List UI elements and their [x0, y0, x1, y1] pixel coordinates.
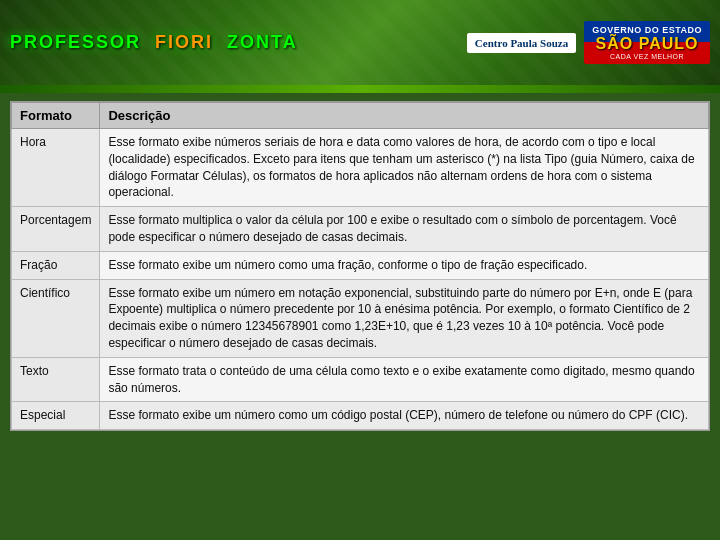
description-cell: Esse formato multiplica o valor da célul…: [100, 207, 709, 252]
description-cell: Esse formato exibe um número como uma fr…: [100, 251, 709, 279]
format-cell: Científico: [12, 279, 100, 357]
table-header-row: Formato Descrição: [12, 103, 709, 129]
professor-logo: PROFESSOR FIORI ZONTA: [10, 32, 298, 53]
logo-area: PROFESSOR FIORI ZONTA: [10, 32, 298, 53]
sp-label: SÃO PAULO: [592, 35, 702, 53]
page-header: PROFESSOR FIORI ZONTA Centro Paula Souza…: [0, 0, 720, 85]
table-row: FraçãoEsse formato exibe um número como …: [12, 251, 709, 279]
sp-sub: CADA VEZ MELHOR: [592, 53, 702, 60]
description-cell: Esse formato exibe um número em notação …: [100, 279, 709, 357]
fiori-text: FIORI: [155, 32, 213, 52]
table-row: TextoEsse formato trata o conteúdo de um…: [12, 357, 709, 402]
main-content-area: Formato Descrição HoraEsse formato exibe…: [10, 101, 710, 431]
format-cell: Hora: [12, 129, 100, 207]
table-row: CientíficoEsse formato exibe um número e…: [12, 279, 709, 357]
format-cell: Fração: [12, 251, 100, 279]
description-cell: Esse formato exibe números seriais de ho…: [100, 129, 709, 207]
table-row: EspecialEsse formato exibe um número com…: [12, 402, 709, 430]
format-cell: Texto: [12, 357, 100, 402]
table-row: PorcentagemEsse formato multiplica o val…: [12, 207, 709, 252]
format-table: Formato Descrição HoraEsse formato exibe…: [11, 102, 709, 430]
professor-text: PROFESSOR: [10, 32, 141, 52]
description-cell: Esse formato trata o conteúdo de uma cél…: [100, 357, 709, 402]
col-descricao-header: Descrição: [100, 103, 709, 129]
governo-label: GOVERNO DO ESTADO: [592, 25, 702, 35]
col-formato-header: Formato: [12, 103, 100, 129]
centro-name: Centro Paula Souza: [475, 37, 568, 49]
table-row: HoraEsse formato exibe números seriais d…: [12, 129, 709, 207]
zonta-text: ZONTA: [227, 32, 298, 52]
green-divider: [0, 85, 720, 93]
format-cell: Especial: [12, 402, 100, 430]
sp-government-logo: GOVERNO DO ESTADO SÃO PAULO CADA VEZ MEL…: [584, 21, 710, 64]
centro-paula-souza-logo: Centro Paula Souza: [467, 33, 576, 53]
description-cell: Esse formato exibe um número como um cód…: [100, 402, 709, 430]
right-logos: Centro Paula Souza GOVERNO DO ESTADO SÃO…: [467, 21, 710, 64]
format-cell: Porcentagem: [12, 207, 100, 252]
